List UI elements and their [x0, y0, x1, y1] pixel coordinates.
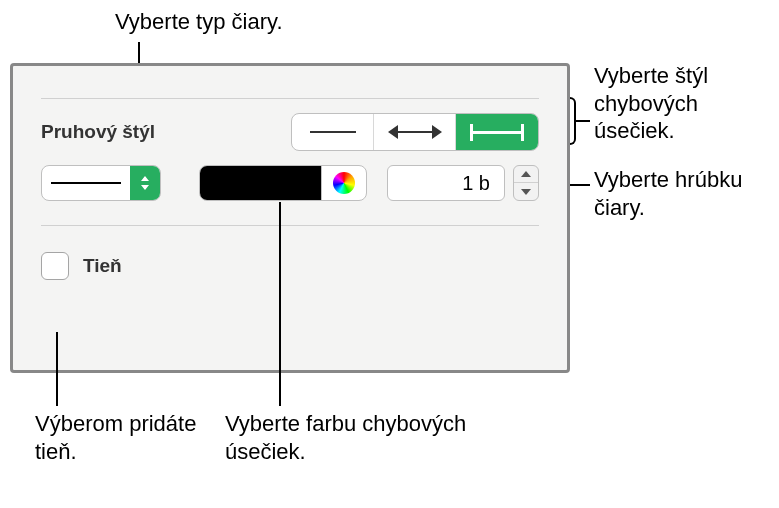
callout-error-style: Vyberte štýl chybových úsečiek. — [594, 62, 774, 145]
thickness-stepper[interactable] — [513, 165, 539, 201]
chevron-up-icon — [521, 171, 531, 177]
line-arrow-caps-icon — [390, 131, 440, 133]
line-t-caps-icon — [470, 131, 524, 134]
error-bar-style-segmented[interactable] — [291, 113, 539, 151]
line-type-preview — [42, 182, 130, 184]
line-thickness-field[interactable]: 1 b — [387, 165, 505, 201]
row-shadow: Tieň — [41, 252, 539, 280]
line-type-dropdown-button[interactable] — [130, 166, 160, 200]
section-title: Pruhový štýl — [41, 121, 155, 143]
line-plain-icon — [310, 131, 356, 133]
callout-color: Vyberte farbu chybových úsečiek. — [225, 410, 485, 465]
row-bar-style: Pruhový štýl — [41, 113, 539, 151]
seg-t-caps[interactable] — [456, 114, 538, 150]
callout-leader — [279, 202, 281, 406]
shadow-label: Tieň — [83, 255, 122, 277]
line-thickness-value: 1 b — [462, 172, 490, 195]
color-wheel-icon — [333, 172, 355, 194]
callout-thickness: Vyberte hrúbku čiary. — [594, 166, 774, 221]
stepper-up[interactable] — [514, 166, 538, 183]
color-well[interactable] — [199, 165, 367, 201]
row-line-options: 1 b — [41, 165, 539, 201]
divider — [41, 98, 539, 99]
seg-arrow-caps[interactable] — [374, 114, 456, 150]
chevron-updown-icon — [139, 176, 151, 190]
thickness-control: 1 b — [387, 165, 539, 201]
callout-leader — [576, 120, 590, 122]
callout-line-type: Vyberte typ čiary. — [115, 8, 283, 36]
stepper-down[interactable] — [514, 183, 538, 200]
style-panel: Pruhový štýl — [10, 63, 570, 373]
color-swatch[interactable] — [200, 166, 322, 200]
divider — [41, 225, 539, 226]
chevron-down-icon — [521, 189, 531, 195]
seg-plain-line[interactable] — [292, 114, 374, 150]
callout-leader — [56, 332, 58, 406]
line-type-select[interactable] — [41, 165, 161, 201]
callout-shadow: Výberom pridáte tieň. — [35, 410, 215, 465]
shadow-checkbox[interactable] — [41, 252, 69, 280]
color-picker-button[interactable] — [322, 166, 366, 200]
